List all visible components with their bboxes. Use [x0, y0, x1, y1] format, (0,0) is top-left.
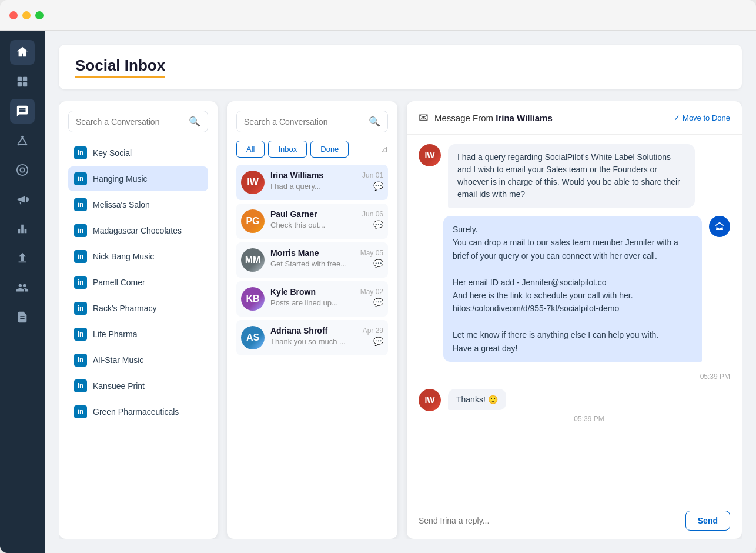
reply-input[interactable] — [419, 516, 678, 525]
company-item-nick-bang-music[interactable]: in Nick Bang Music — [68, 244, 208, 269]
conversation-preview: Posts are lined up... — [270, 298, 371, 307]
sidebar-item-analytics[interactable] — [10, 216, 35, 241]
conversation-body: Irina Williams Jun 01 I had a query... 💬 — [270, 171, 383, 191]
linkedin-icon: in — [74, 146, 87, 159]
move-to-done-button[interactable]: ✓ Move to Done — [674, 114, 730, 122]
minimize-button[interactable] — [22, 11, 31, 19]
thanks-time: 05:39 PM — [419, 415, 730, 423]
company-item-all-star-music[interactable]: in All-Star Music — [68, 348, 208, 372]
conversation-body: Paul Garner Jun 06 Check this out... 💬 — [270, 209, 383, 229]
sidebar-item-team[interactable] — [10, 275, 35, 300]
company-item-pamell-comer[interactable]: in Pamell Comer — [68, 270, 208, 295]
company-item-green-pharmaceuticals[interactable]: in Green Pharmaceuticals — [68, 399, 208, 424]
send-button[interactable]: Send — [685, 511, 730, 531]
linkedin-icon: in — [74, 405, 87, 418]
filter-tabs: All Inbox Done ⊿ — [236, 141, 388, 158]
conversation-date: Jun 06 — [362, 210, 383, 218]
conversation-message-icon: 💬 — [373, 259, 383, 268]
reply-send-icon — [709, 216, 730, 237]
conversation-avatar: AS — [241, 326, 265, 349]
tab-done[interactable]: Done — [310, 141, 349, 158]
main-content: Social Inbox 🔍 in Key Social in Hanging … — [45, 31, 756, 553]
maximize-button[interactable] — [35, 11, 44, 19]
sidebar-item-campaigns[interactable] — [10, 187, 35, 212]
company-name: All-Star Music — [93, 355, 143, 365]
conversation-date: May 02 — [360, 288, 383, 296]
conversation-message-icon: 💬 — [373, 337, 383, 346]
svg-line-7 — [19, 138, 22, 143]
svg-line-8 — [22, 138, 26, 143]
svg-rect-3 — [23, 82, 27, 86]
sidebar-item-support[interactable] — [10, 158, 35, 182]
conversation-body: Adriana Shroff Apr 29 Thank you so much … — [270, 326, 383, 346]
conversation-preview: Check this out... — [270, 221, 371, 229]
conversation-avatar: KB — [241, 287, 265, 311]
sidebar-item-network[interactable] — [10, 128, 35, 153]
conversation-date: May 05 — [360, 249, 383, 257]
conversation-name: Adriana Shroff — [270, 326, 327, 335]
close-button[interactable] — [9, 11, 18, 19]
svg-rect-0 — [18, 77, 22, 81]
filter-icon[interactable]: ⊿ — [380, 144, 388, 155]
conversation-avatar: PG — [241, 209, 265, 233]
middle-panel: 🔍 All Inbox Done ⊿ IW Irina Williams Jun… — [227, 101, 397, 539]
conversation-body: Morris Mane May 05 Get Started with free… — [270, 248, 383, 268]
sidebar-item-social-inbox[interactable] — [10, 99, 35, 124]
conversation-name: Paul Garner — [270, 209, 317, 219]
conversation-message-icon: 💬 — [373, 220, 383, 229]
tab-inbox[interactable]: Inbox — [268, 141, 307, 158]
conversation-item-kyle-brown[interactable]: KB Kyle Brown May 02 Posts are lined up.… — [236, 281, 388, 317]
conversation-item-adriana-shroff[interactable]: AS Adriana Shroff Apr 29 Thank you so mu… — [236, 320, 388, 355]
company-item-racks-pharmacy[interactable]: in Rack's Pharmacy — [68, 296, 208, 321]
conversation-item-irina-williams[interactable]: IW Irina Williams Jun 01 I had a query..… — [236, 165, 388, 200]
conversation-avatar: IW — [241, 171, 265, 194]
page-header: Social Inbox — [59, 45, 742, 89]
linkedin-icon: in — [74, 302, 87, 315]
company-item-key-social[interactable]: in Key Social — [68, 141, 208, 165]
company-item-hanging-music[interactable]: in Hanging Music — [68, 166, 208, 191]
conversation-name: Irina Williams — [270, 171, 323, 180]
company-item-melissas-salon[interactable]: in Melissa's Salon — [68, 192, 208, 217]
linkedin-icon: in — [74, 224, 87, 237]
conversation-list: IW Irina Williams Jun 01 I had a query..… — [236, 165, 388, 529]
move-to-done-label: Move to Done — [683, 114, 730, 122]
thanks-bubble: Thanks! 🙂 — [448, 389, 506, 410]
linkedin-icon: in — [74, 379, 87, 392]
sidebar-item-reports[interactable] — [10, 305, 35, 329]
left-search-icon: 🔍 — [189, 116, 200, 127]
sidebar-item-home[interactable] — [10, 40, 35, 65]
company-name: Life Pharma — [93, 329, 137, 339]
linkedin-icon: in — [74, 198, 87, 211]
thanks-row: IW Thanks! 🙂 — [419, 389, 730, 411]
svg-point-11 — [20, 168, 24, 172]
company-item-kansuee-print[interactable]: in Kansuee Print — [68, 374, 208, 398]
company-name: Key Social — [93, 148, 132, 158]
svg-point-4 — [21, 136, 24, 138]
conversation-body: Kyle Brown May 02 Posts are lined up... … — [270, 287, 383, 307]
conversation-item-morris-mane[interactable]: MM Morris Mane May 05 Get Started with f… — [236, 242, 388, 278]
thanks-sender-avatar: IW — [419, 389, 441, 411]
sidebar — [0, 31, 45, 553]
reply-bubble: Surely. You can drop a mail to our sales… — [443, 216, 702, 362]
tab-all[interactable]: All — [236, 141, 265, 158]
sidebar-item-dashboard[interactable] — [10, 69, 35, 94]
linkedin-icon: in — [74, 172, 87, 185]
reply-row: Surely. You can drop a mail to our sales… — [419, 216, 730, 362]
left-search-input[interactable] — [76, 117, 184, 126]
left-search-bar[interactable]: 🔍 — [68, 111, 208, 132]
conversation-item-paul-garner[interactable]: PG Paul Garner Jun 06 Check this out... … — [236, 204, 388, 239]
sidebar-item-publish[interactable] — [10, 246, 35, 271]
company-name: Kansuee Print — [93, 381, 145, 391]
sender-avatar: IW — [419, 144, 441, 166]
middle-search-input[interactable] — [244, 117, 364, 126]
linkedin-icon: in — [74, 276, 87, 289]
checkmark-icon: ✓ — [674, 114, 680, 122]
linkedin-icon: in — [74, 354, 87, 367]
company-name: Melissa's Salon — [93, 200, 150, 209]
conversation-message-icon: 💬 — [373, 181, 383, 191]
company-item-life-pharma[interactable]: in Life Pharma — [68, 322, 208, 347]
message-bubble: I had a query regarding SocialPilot's Wh… — [448, 144, 695, 208]
middle-search-bar[interactable]: 🔍 — [236, 111, 388, 132]
reply-time: 05:39 PM — [419, 372, 730, 381]
company-item-madagascar-chocolates[interactable]: in Madagascar Chocolates — [68, 218, 208, 243]
